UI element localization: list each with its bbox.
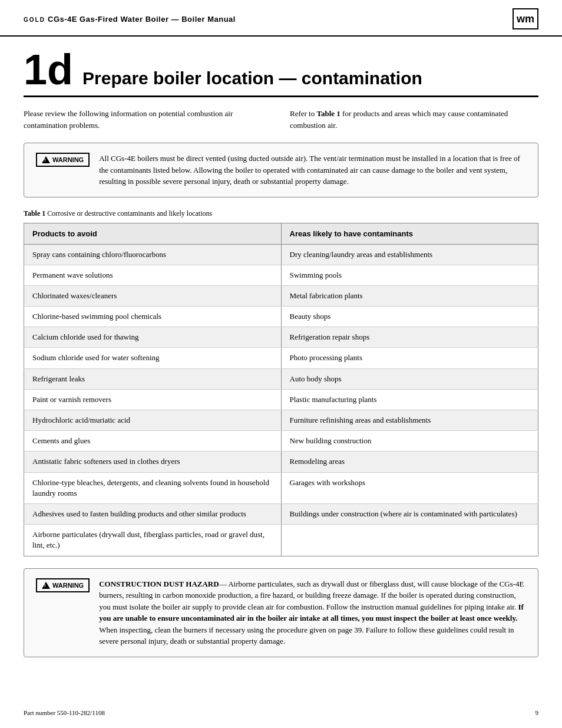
warning-badge-1: WARNING: [36, 153, 90, 167]
table-cell-right: Furniture refinishing areas and establis…: [281, 410, 538, 431]
warning-text-2: CONSTRUCTION DUST HAZARD— Airborne parti…: [99, 578, 526, 647]
warning-label-1: WARNING: [52, 156, 84, 163]
table-row: Chlorine-based swimming pool chemicalsBe…: [24, 307, 538, 327]
warning2-end: When inspecting, clean the burners if ne…: [99, 625, 514, 646]
table-cell-right: Remodeling areas: [281, 452, 538, 472]
table-cell-left: Paint or varnish removers: [24, 389, 282, 410]
logo-box: wm: [513, 8, 538, 29]
table-cell-left: Adhesives used to fasten building produc…: [24, 503, 282, 524]
table-header-row: Products to avoid Areas likely to have c…: [24, 223, 538, 244]
table-cell-right: Garages with workshops: [281, 472, 538, 503]
table-row: Adhesives used to fasten building produc…: [24, 503, 538, 524]
table-cell-right: Plastic manufacturing plants: [281, 389, 538, 410]
table-caption: Corrosive or destructive contaminants an…: [47, 209, 212, 218]
table-cell-left: Refrigerant leaks: [24, 368, 282, 389]
table-cell-right: Dry cleaning/laundry areas and establish…: [281, 244, 538, 265]
header-main-title: CGs-4E Gas-Fired Water Boiler — Boiler M…: [48, 15, 236, 24]
table-cell-right: Photo processing plants: [281, 348, 538, 368]
table-row: Calcium chloride used for thawingRefrige…: [24, 327, 538, 348]
table-cell-left: Chlorinated waxes/cleaners: [24, 285, 282, 306]
intro-right: Refer to Table 1 for products and areas …: [290, 108, 538, 131]
header-title: GOLD CGs-4E Gas-Fired Water Boiler — Boi…: [24, 15, 236, 24]
warning-badge-2: WARNING: [36, 578, 90, 592]
table-row: Refrigerant leaksAuto body shops: [24, 368, 538, 389]
table-cell-right: Auto body shops: [281, 368, 538, 389]
table-cell-right: Refrigeration repair shops: [281, 327, 538, 348]
logo-text: wm: [517, 13, 534, 25]
table-cell-right: Buildings under construction (where air …: [281, 503, 538, 524]
table-cell-right: New building construction: [281, 431, 538, 452]
table-cell-right: Metal fabrication plants: [281, 285, 538, 306]
table-cell-left: Antistatic fabric softeners used in clot…: [24, 452, 282, 472]
contaminants-table: Products to avoid Areas likely to have c…: [24, 223, 538, 556]
page-number: 9: [535, 709, 539, 716]
table-row: Cements and gluesNew building constructi…: [24, 431, 538, 452]
table-row: Permanent wave solutionsSwimming pools: [24, 265, 538, 285]
warning-text-1: All CGs-4E boilers must be direct vented…: [99, 153, 526, 187]
table-cell-left: Sodium chloride used for water softening: [24, 348, 282, 368]
warning-triangle-2: [42, 582, 50, 589]
table-cell-left: Chlorine-type bleaches, detergents, and …: [24, 472, 282, 503]
table-cell-left: Spray cans containing chloro/fluorocarbo…: [24, 244, 282, 265]
warning-box-1: WARNING All CGs-4E boilers must be direc…: [24, 143, 538, 197]
table-row: Airborne particulates (drywall dust, fib…: [24, 525, 538, 556]
intro-row: Please review the following information …: [24, 108, 538, 131]
header: GOLD CGs-4E Gas-Fired Water Boiler — Boi…: [0, 0, 562, 37]
table-label: Table 1 Corrosive or destructive contami…: [24, 209, 538, 218]
table-cell-right: Beauty shops: [281, 307, 538, 327]
table-cell-left: Hydrochloric acid/muriatic acid: [24, 410, 282, 431]
warning-box-2: WARNING CONSTRUCTION DUST HAZARD— Airbor…: [24, 568, 538, 657]
intro-left: Please review the following information …: [24, 108, 272, 131]
part-number: Part number 550-110-282/1108: [24, 709, 105, 716]
table-row: Chlorinated waxes/cleanersMetal fabricat…: [24, 285, 538, 306]
gold-label: GOLD: [24, 17, 45, 23]
warning-label-2: WARNING: [52, 582, 84, 589]
table-cell-left: Permanent wave solutions: [24, 265, 282, 285]
section-number: 1d: [24, 48, 73, 91]
warning-triangle-1: [42, 156, 50, 163]
table-cell-left: Chlorine-based swimming pool chemicals: [24, 307, 282, 327]
table-cell-left: Airborne particulates (drywall dust, fib…: [24, 525, 282, 556]
table-row: Hydrochloric acid/muriatic acidFurniture…: [24, 410, 538, 431]
table-cell-left: Calcium chloride used for thawing: [24, 327, 282, 348]
table-row: Spray cans containing chloro/fluorocarbo…: [24, 244, 538, 265]
table-row: Antistatic fabric softeners used in clot…: [24, 452, 538, 472]
section-title: Prepare boiler location — contamination: [82, 68, 422, 88]
col-right-header: Areas likely to have contaminants: [281, 223, 538, 244]
warning2-title: CONSTRUCTION DUST HAZARD: [99, 579, 219, 588]
table-cell-left: Cements and glues: [24, 431, 282, 452]
table-row: Paint or varnish removersPlastic manufac…: [24, 389, 538, 410]
table-row: Sodium chloride used for water softening…: [24, 348, 538, 368]
table-row: Chlorine-type bleaches, detergents, and …: [24, 472, 538, 503]
main-content: 1d Prepare boiler location — contaminati…: [0, 37, 562, 681]
page-container: GOLD CGs-4E Gas-Fired Water Boiler — Boi…: [0, 0, 562, 728]
table-cell-right: Swimming pools: [281, 265, 538, 285]
table-label-bold: Table 1: [24, 209, 45, 218]
footer: Part number 550-110-282/1108 9: [24, 709, 538, 716]
col-left-header: Products to avoid: [24, 223, 282, 244]
section-heading: 1d Prepare boiler location — contaminati…: [24, 48, 538, 97]
table-cell-right: [281, 525, 538, 556]
